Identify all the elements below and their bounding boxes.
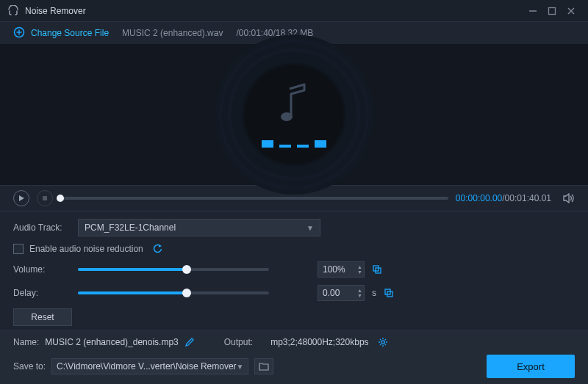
svg-marker-8	[19, 195, 24, 201]
open-folder-button[interactable]	[254, 358, 273, 374]
seek-slider[interactable]	[60, 197, 448, 200]
noise-reduction-checkbox[interactable]	[13, 244, 24, 254]
transport-bar: 00:00:00.00/00:01:40.01	[0, 185, 588, 211]
play-button[interactable]	[13, 190, 29, 206]
name-label: Name:	[13, 337, 39, 347]
delay-slider[interactable]	[78, 291, 269, 294]
equalizer-icon	[262, 137, 326, 148]
audio-track-select[interactable]: PCM_F32LE-1Channel ▼	[78, 219, 320, 236]
chevron-down-icon: ▼	[237, 363, 244, 371]
export-button-label: Export	[517, 361, 545, 372]
app-window: Noise Remover Change Source File MUSIC 2…	[0, 0, 588, 384]
settings-panel: Audio Track: PCM_F32LE-1Channel ▼ Enable…	[0, 211, 588, 330]
noise-reduction-refresh-icon[interactable]	[152, 244, 162, 254]
volume-step-up[interactable]: ▲	[357, 264, 362, 269]
source-filename: MUSIC 2 (enhanced).wav	[122, 28, 223, 38]
edit-name-icon[interactable]	[184, 337, 195, 347]
current-time: 00:00:00.00	[456, 193, 502, 203]
chevron-down-icon: ▼	[306, 224, 314, 232]
noise-reduction-label: Enable audio noise reduction	[29, 244, 143, 254]
source-bar: Change Source File MUSIC 2 (enhanced).wa…	[0, 22, 588, 44]
source-info: /00:01:40/18.32 MB	[236, 28, 313, 38]
app-logo-icon	[7, 5, 19, 17]
output-format-value: mp3;2;48000Hz;320kbps	[270, 337, 368, 347]
output-label: Output:	[224, 337, 253, 347]
svg-point-16	[381, 341, 384, 344]
save-path-value: C:\Vidmore\Vidmore V...verter\Noise Remo…	[57, 361, 237, 372]
export-button[interactable]: Export	[487, 355, 575, 378]
reset-button[interactable]: Reset	[13, 308, 72, 326]
svg-rect-1	[549, 7, 556, 14]
preview-area	[0, 44, 588, 185]
output-settings-icon[interactable]	[378, 337, 388, 347]
window-title: Noise Remover	[25, 6, 523, 16]
svg-marker-10	[564, 194, 569, 203]
volume-value: 100%	[323, 264, 345, 275]
change-source-button[interactable]: Change Source File	[13, 26, 109, 40]
minimize-button[interactable]	[523, 1, 542, 21]
audio-track-label: Audio Track:	[13, 222, 71, 233]
close-button[interactable]	[562, 1, 581, 21]
volume-slider[interactable]	[78, 268, 269, 271]
reset-button-label: Reset	[31, 312, 54, 322]
stop-button[interactable]	[37, 190, 53, 206]
svg-marker-11	[159, 244, 162, 247]
svg-rect-9	[43, 196, 47, 200]
delay-reset-icon[interactable]	[384, 288, 394, 298]
delay-step-up[interactable]: ▲	[357, 288, 362, 293]
svg-point-7	[281, 112, 293, 121]
save-to-label: Save to:	[13, 361, 46, 372]
delay-unit: s	[372, 288, 376, 298]
delay-input[interactable]: 0.00 ▲▼	[318, 285, 365, 301]
volume-reset-icon[interactable]	[372, 264, 382, 275]
maximize-button[interactable]	[542, 1, 562, 21]
folder-icon	[259, 362, 269, 371]
music-note-icon	[276, 81, 312, 127]
volume-input[interactable]: 100% ▲▼	[318, 261, 365, 278]
volume-step-down[interactable]: ▼	[357, 269, 362, 275]
volume-icon[interactable]	[563, 193, 575, 203]
save-path-select[interactable]: C:\Vidmore\Vidmore V...verter\Noise Remo…	[51, 358, 248, 374]
audio-disc-visual	[232, 52, 356, 177]
change-source-label: Change Source File	[31, 28, 109, 38]
delay-value: 0.00	[323, 288, 340, 298]
title-bar: Noise Remover	[0, 0, 588, 22]
plus-circle-icon	[13, 26, 25, 40]
output-panel: Name: MUSIC 2 (enhanced)_denois.mp3 Outp…	[0, 330, 588, 384]
timecode: 00:00:00.00/00:01:40.01	[456, 193, 551, 203]
volume-label: Volume:	[13, 264, 71, 275]
output-name-value: MUSIC 2 (enhanced)_denois.mp3	[45, 337, 178, 347]
delay-label: Delay:	[13, 288, 71, 298]
duration-time: /00:01:40.01	[502, 193, 551, 203]
delay-step-down[interactable]: ▼	[357, 293, 362, 298]
audio-track-value: PCM_F32LE-1Channel	[85, 222, 176, 233]
